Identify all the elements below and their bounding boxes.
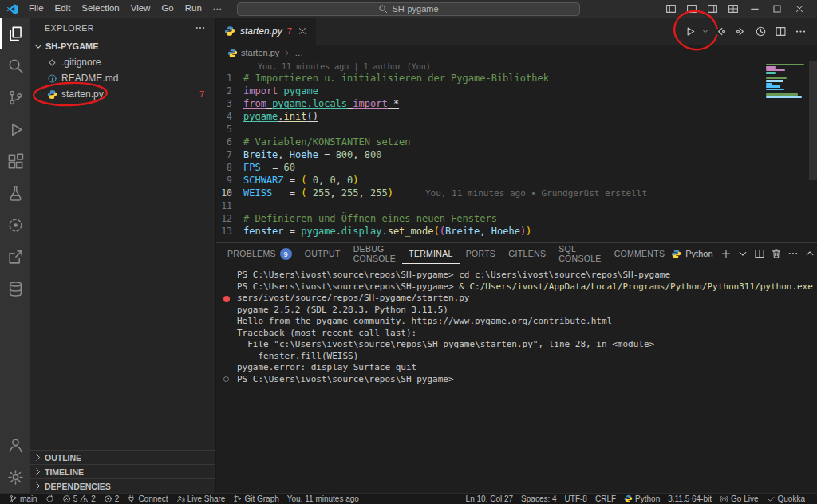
code-line-4[interactable]: 4pygame.init(): [216, 110, 817, 123]
status-sync[interactable]: [41, 494, 58, 504]
split-terminal-button[interactable]: [752, 246, 768, 262]
status-go-live[interactable]: Go Live: [716, 494, 762, 504]
status-connect[interactable]: Connect: [123, 494, 172, 504]
window-minimize-button[interactable]: [744, 1, 766, 17]
tab-starten-py[interactable]: starten.py 7: [216, 18, 316, 45]
code-line-3[interactable]: 3from pygame.locals import *: [216, 97, 817, 110]
close-tab-icon[interactable]: [297, 26, 308, 37]
status-language[interactable]: Python: [620, 494, 664, 504]
activity-extensions[interactable]: [0, 145, 30, 177]
menu-selection[interactable]: Selection: [76, 2, 124, 16]
file-readme-md[interactable]: README.md: [30, 70, 215, 86]
panel-tab-gitlens[interactable]: GITLENS: [502, 243, 552, 264]
status-live-share[interactable]: Live Share: [172, 494, 230, 504]
activity-testing[interactable]: [0, 177, 30, 209]
panel-tab-output[interactable]: OUTPUT: [298, 243, 347, 264]
layout-sidebar-button[interactable]: [661, 1, 681, 17]
section-timeline[interactable]: TIMELINE: [30, 464, 215, 478]
menu-more[interactable]: ⋯: [207, 2, 228, 16]
activity-settings[interactable]: [0, 461, 30, 493]
menu-view[interactable]: View: [125, 2, 156, 16]
activity-source-control[interactable]: [0, 81, 30, 113]
code-editor[interactable]: You, 11 minutes ago | 1 author (You) 1# …: [216, 61, 817, 242]
maximize-panel-button[interactable]: [802, 246, 817, 262]
folder-sh-pygame[interactable]: SH-PYGAME: [30, 38, 215, 54]
minimap[interactable]: [766, 64, 807, 98]
breadcrumb[interactable]: starten.py …: [216, 45, 817, 61]
python-icon: [671, 249, 681, 259]
explorer-more-icon[interactable]: [195, 22, 206, 33]
editor-scrollbar[interactable]: [809, 61, 817, 242]
extensions-icon: [7, 153, 24, 170]
activity-search[interactable]: [0, 49, 30, 81]
code-line-6[interactable]: 6# Variablen/KONSTANTEN setzen: [216, 136, 817, 148]
code-line-10[interactable]: 10WEISS = ( 255, 255, 255)You, 11 minute…: [216, 187, 817, 199]
run-button[interactable]: [681, 22, 698, 40]
code-line-8[interactable]: 8FPS = 60: [216, 161, 817, 174]
code-line-9[interactable]: 9SCHWARZ = ( 0, 0, 0): [216, 174, 817, 187]
menu-run[interactable]: Run: [180, 2, 207, 16]
section-dependencies[interactable]: DEPENDENCIES: [30, 478, 215, 493]
editor-group: starten.py 7 starten.py … You, 11 minute…: [216, 18, 817, 493]
open-changes-prev-button[interactable]: [712, 22, 729, 40]
panel-tab-sql-console[interactable]: SQL CONSOLE: [552, 243, 607, 264]
activity-explorer[interactable]: [0, 18, 30, 49]
live-share-icon: [176, 494, 185, 503]
activity-live-share[interactable]: [0, 209, 30, 241]
status-cursor-position[interactable]: Ln 10, Col 27: [462, 494, 518, 504]
layout-panel-button[interactable]: [681, 1, 702, 17]
code-line-7[interactable]: 7Breite, Hoehe = 800, 800: [216, 148, 817, 161]
code-line-12[interactable]: 12# Definieren und Öffnen eines neuen Fe…: [216, 212, 817, 225]
status-interpreter[interactable]: 3.11.5 64-bit: [664, 494, 716, 504]
terminal-content[interactable]: PS C:\Users\ivost\source\repos\SH-pygame…: [216, 264, 817, 493]
open-changes-next-button[interactable]: [732, 22, 749, 40]
status-quokka[interactable]: Quokka: [763, 494, 809, 504]
status-indentation[interactable]: Spaces: 4: [517, 494, 560, 504]
status-bar: main522ConnectLive ShareGit GraphYou, 11…: [0, 493, 817, 504]
terminal-shell-selector[interactable]: Python: [671, 249, 716, 259]
panel-more-button[interactable]: [785, 246, 802, 262]
code-line-2[interactable]: 2import pygame: [216, 85, 817, 97]
more-actions-button[interactable]: [791, 22, 809, 40]
file-starten-py[interactable]: starten.py7: [30, 86, 215, 102]
activity-remote-explorer[interactable]: [0, 241, 30, 273]
status-problems[interactable]: 52: [58, 494, 100, 504]
panel-tab-terminal[interactable]: TERMINAL: [402, 243, 460, 264]
menu-file[interactable]: File: [23, 2, 49, 16]
window-close-button[interactable]: [788, 1, 811, 17]
file-history-button[interactable]: [752, 22, 769, 40]
code-line-13[interactable]: 13fenster = pygame.display.set_mode((Bre…: [216, 225, 817, 238]
window-maximize-button[interactable]: [766, 1, 788, 17]
panel-tab-problems[interactable]: PROBLEMS9: [221, 243, 298, 264]
gitlens-blame-header[interactable]: You, 11 minutes ago | 1 author (You): [216, 61, 817, 72]
command-center-search[interactable]: SH-pygame: [237, 2, 580, 16]
code-line-5[interactable]: 5: [216, 123, 817, 136]
status-gitlens[interactable]: 2: [100, 494, 124, 504]
run-dropdown-button[interactable]: [701, 22, 709, 40]
code-line-11[interactable]: 11: [216, 199, 817, 212]
file--gitignore[interactable]: .gitignore: [30, 54, 215, 70]
layout-grid-button[interactable]: [723, 1, 744, 17]
new-terminal-button[interactable]: [718, 246, 735, 262]
layout-panel-icon: [686, 3, 697, 14]
status-git-graph[interactable]: Git Graph: [229, 494, 282, 504]
activity-run-debug[interactable]: [0, 113, 30, 145]
status-branch[interactable]: main: [5, 494, 41, 504]
split-editor-button[interactable]: [772, 22, 789, 40]
scrollbar-slider[interactable]: [809, 61, 817, 180]
terminal-dropdown-button[interactable]: [735, 246, 752, 262]
kill-terminal-button[interactable]: [768, 246, 785, 262]
status-eol[interactable]: CRLF: [591, 494, 620, 504]
activity-account[interactable]: [0, 429, 30, 461]
menu-edit[interactable]: Edit: [49, 2, 77, 16]
layout-sidebar-right-button[interactable]: [702, 1, 723, 17]
status-line-blame[interactable]: You, 11 minutes ago: [283, 494, 363, 504]
activity-database[interactable]: [0, 273, 30, 305]
menu-go[interactable]: Go: [156, 2, 179, 16]
code-line-1[interactable]: 1# Importieren u. initialisieren der Pyg…: [216, 72, 817, 85]
section-outline[interactable]: OUTLINE: [30, 450, 215, 464]
status-encoding[interactable]: UTF-8: [561, 494, 591, 504]
panel-tab-comments[interactable]: COMMENTS: [608, 243, 672, 264]
panel-tab-ports[interactable]: PORTS: [460, 243, 502, 264]
panel-tab-debug-console[interactable]: DEBUG CONSOLE: [347, 243, 402, 264]
